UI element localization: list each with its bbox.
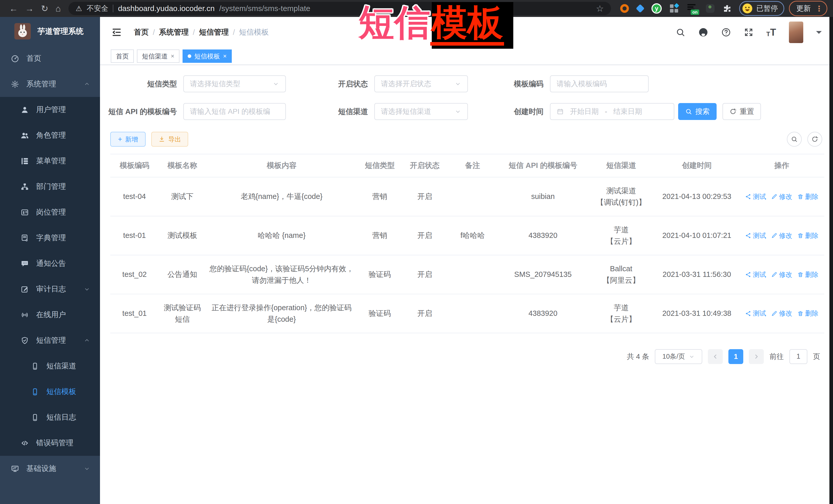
template-code-input[interactable] [550,75,649,92]
channel-name: 芋道 [592,224,651,236]
edit-link[interactable]: 修改 [771,231,792,241]
close-icon[interactable]: × [171,53,174,59]
sidebar-item-home[interactable]: 首页 [0,46,100,71]
tab-home[interactable]: 首页 [111,49,134,63]
ext-green-y-icon[interactable]: y [651,3,662,14]
table-row: test_01 测试验证码短信 正在进行登录操作{operation}，您的验证… [110,294,824,333]
browser-reload-icon[interactable]: ↻ [41,4,48,13]
sidebar-item-sms-channel[interactable]: 短信渠道 [0,353,100,379]
prev-page-button[interactable] [708,349,723,364]
sidebar-item-infrastructure[interactable]: 基础设施 [0,456,100,481]
sidebar-item-menus[interactable]: 菜单管理 [0,148,100,174]
refresh-icon [730,108,737,115]
sidebar-item-audit-log[interactable]: 审计日志 [0,277,100,302]
download-icon [159,136,165,143]
user-avatar[interactable] [789,22,803,43]
sidebar-item-sms-template[interactable]: 短信模板 [0,379,100,405]
test-link[interactable]: 测试 [745,308,766,318]
browser-home-icon[interactable]: ⌂ [56,4,61,13]
pencil-icon [771,310,777,317]
app-frame: 芋道管理系统 首页 系统管理 用户管理 [0,17,833,504]
cell-remark [447,294,498,333]
extensions-puzzle-icon[interactable] [723,4,732,13]
tab-sms-template[interactable]: 短信模板× [183,49,232,63]
app-logo-row[interactable]: 芋道管理系统 [0,17,100,46]
refresh-table-button[interactable] [807,132,822,147]
avatar-caret-icon[interactable] [816,31,822,37]
ext-dark-icon[interactable] [706,4,715,13]
delete-link[interactable]: 删除 [798,231,818,241]
bookmark-star-icon[interactable]: ☆ [596,3,604,14]
font-size-icon[interactable]: TT [766,27,776,37]
sidebar-item-notices[interactable]: 通知公告 [0,251,100,277]
add-button[interactable]: + 新增 [110,132,146,147]
share-icon [745,310,751,317]
cell-type: 验证码 [357,294,402,333]
cell-actions: 测试 修改 删除 [739,177,824,216]
breadcrumb-sms[interactable]: 短信管理 [199,27,229,38]
edit-label: 修改 [779,192,792,202]
page-size-select[interactable]: 10条/页 [655,349,702,364]
browser-menu-icon[interactable]: ⋮ [815,4,823,13]
export-button[interactable]: 导出 [151,132,188,147]
sidebar-item-label: 首页 [26,53,41,64]
goto-page-input[interactable] [789,349,807,364]
search-button[interactable]: 搜索 [678,103,717,120]
browser-back-icon[interactable]: ← [9,4,18,13]
edit-link[interactable]: 修改 [771,269,792,280]
sidebar-item-departments[interactable]: 部门管理 [0,174,100,199]
sidebar-item-sms-log[interactable]: 短信日志 [0,405,100,430]
page-number-current[interactable]: 1 [729,349,743,364]
sidebar-item-sms[interactable]: 短信管理 [0,328,100,353]
sidebar-item-label: 短信模板 [46,387,76,397]
tree-list-icon [21,157,29,165]
delete-link[interactable]: 删除 [798,269,818,280]
sidebar-collapse-icon[interactable] [111,27,122,38]
breadcrumb-home[interactable]: 首页 [134,27,149,38]
toggle-search-button[interactable] [787,132,802,147]
ext-tampermonkey-icon[interactable]: on [687,4,698,13]
github-icon[interactable] [698,27,708,38]
test-link[interactable]: 测试 [745,269,766,280]
cell-created: 2021-03-31 11:56:30 [654,255,739,294]
close-icon[interactable]: × [223,53,227,59]
sidebar-item-posts[interactable]: 岗位管理 [0,199,100,225]
next-page-button[interactable] [749,349,764,364]
col-header: 创建时间 [654,154,739,177]
edit-link[interactable]: 修改 [771,308,792,318]
tab-sms-channel[interactable]: 短信渠道× [137,49,180,63]
active-dot-icon [188,54,191,58]
browser-forward-icon[interactable]: → [25,4,34,13]
ext-blue-gem-icon[interactable] [636,4,645,13]
ext-orange-ring-icon[interactable] [620,4,629,13]
reset-button[interactable]: 重置 [722,103,761,120]
create-time-range-picker[interactable]: 开始日期 - 结束日期 [550,103,674,120]
help-question-icon[interactable] [721,27,731,37]
not-secure-warning-icon[interactable]: ⚠ [76,4,82,13]
header-search-icon[interactable] [675,27,685,37]
chevron-down-icon [84,286,90,292]
edit-link[interactable]: 修改 [771,192,792,202]
sidebar-item-error-codes[interactable]: 错误码管理 [0,430,100,456]
sidebar-item-dictionary[interactable]: 字典管理 [0,225,100,251]
delete-link[interactable]: 删除 [798,308,818,318]
cell-remark [447,255,498,294]
test-link[interactable]: 测试 [745,231,766,241]
browser-update-button[interactable]: 更新 ⋮ [789,1,827,16]
address-bar[interactable]: ⚠ 不安全 dashboard.yudao.iocoder.cn /system… [68,2,611,15]
sidebar-item-online-users[interactable]: 在线用户 [0,302,100,328]
test-link[interactable]: 测试 [745,192,766,202]
ext-grid-icon[interactable] [670,4,679,13]
sidebar-item-roles[interactable]: 角色管理 [0,123,100,148]
fullscreen-icon[interactable] [744,27,754,37]
delete-label: 删除 [805,308,818,318]
delete-link[interactable]: 删除 [798,192,818,202]
sidebar-item-label: 系统管理 [26,79,56,89]
window-scrollbar[interactable] [829,17,833,504]
browser-profile-chip[interactable]: 已暂停 [739,1,784,16]
cell-type: 营销 [357,216,402,255]
cell-created: 2021-03-31 10:49:38 [654,294,739,333]
breadcrumb-system[interactable]: 系统管理 [159,27,189,38]
sms-type-label: 短信类型 [69,75,177,92]
breadcrumb-separator: / [153,28,155,37]
